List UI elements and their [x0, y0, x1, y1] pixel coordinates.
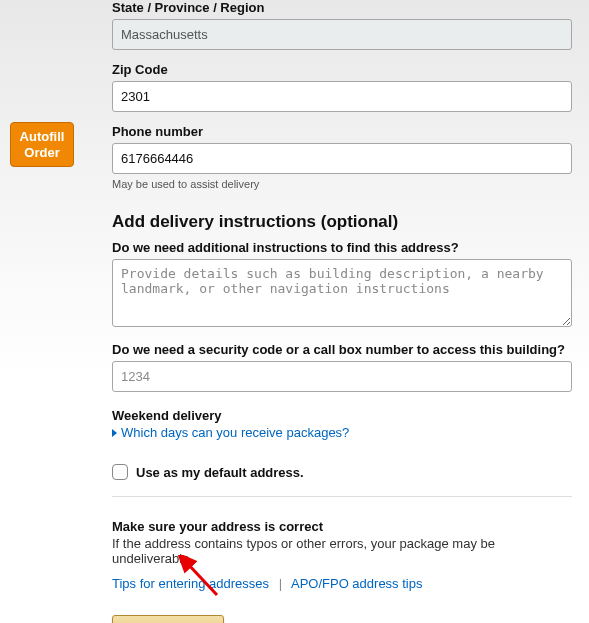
phone-label: Phone number	[112, 124, 572, 139]
link-separator: |	[279, 576, 282, 591]
divider	[112, 496, 572, 497]
weekend-delivery-link[interactable]: Which days can you receive packages?	[112, 425, 572, 440]
autofill-line2: Order	[24, 145, 59, 160]
weekend-link-text: Which days can you receive packages?	[121, 425, 349, 440]
instructions-q1-input[interactable]	[112, 259, 572, 327]
default-address-row[interactable]: Use as my default address.	[112, 464, 572, 480]
address-form: State / Province / Region Zip Code Phone…	[112, 0, 572, 623]
state-label: State / Province / Region	[112, 0, 572, 15]
weekend-delivery-label: Weekend delivery	[112, 408, 572, 423]
phone-hint: May be used to assist delivery	[112, 178, 572, 190]
instructions-q1-label: Do we need additional instructions to fi…	[112, 240, 572, 255]
autofill-order-button[interactable]: Autofill Order	[10, 122, 74, 167]
correct-heading: Make sure your address is correct	[112, 519, 572, 534]
zip-input[interactable]	[112, 81, 572, 112]
apo-fpo-link[interactable]: APO/FPO address tips	[291, 576, 423, 591]
autofill-line1: Autofill	[20, 129, 65, 144]
caret-right-icon	[112, 429, 117, 437]
instructions-heading: Add delivery instructions (optional)	[112, 212, 572, 232]
address-tips-links: Tips for entering addresses | APO/FPO ad…	[112, 576, 572, 591]
phone-input[interactable]	[112, 143, 572, 174]
tips-entering-link[interactable]: Tips for entering addresses	[112, 576, 269, 591]
correct-text: If the address contains typos or other e…	[112, 536, 572, 566]
state-input[interactable]	[112, 19, 572, 50]
zip-label: Zip Code	[112, 62, 572, 77]
save-changes-button[interactable]: Save changes	[112, 615, 224, 623]
default-address-label: Use as my default address.	[136, 465, 304, 480]
instructions-q2-input[interactable]	[112, 361, 572, 392]
instructions-q2-label: Do we need a security code or a call box…	[112, 342, 572, 357]
default-address-checkbox[interactable]	[112, 464, 128, 480]
